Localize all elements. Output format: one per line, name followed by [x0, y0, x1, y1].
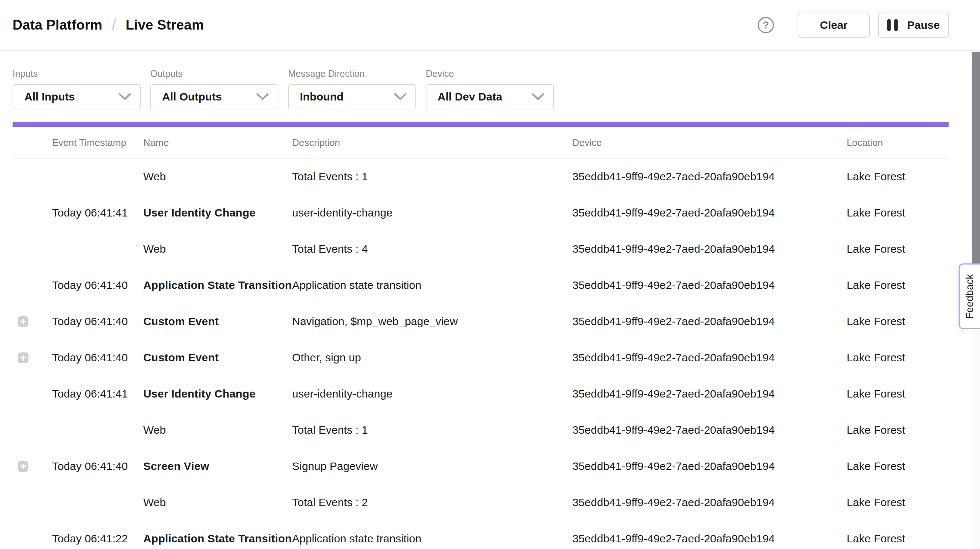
location-cell: Lake Forest [847, 460, 980, 472]
name-cell: Application State Transition [143, 532, 292, 545]
pause-icon [887, 19, 898, 31]
description-cell: Total Events : 1 [292, 170, 572, 183]
filter-device-label: Device [426, 69, 554, 79]
description-cell: Other, sign up [292, 351, 572, 364]
breadcrumb-data-platform[interactable]: Data Platform [13, 18, 102, 33]
name-cell: Web [143, 496, 292, 509]
name-cell: User Identity Change [143, 206, 292, 219]
table-row: WebTotal Events : 135eddb41-9ff9-49e2-7a… [0, 158, 980, 195]
filter-outputs: OutputsAll Outputs [150, 69, 278, 109]
filter-inputs-label: Inputs [13, 69, 141, 79]
location-cell: Lake Forest [847, 424, 980, 436]
table-row: Today 06:41:40Application State Transiti… [0, 267, 980, 303]
column-header-device: Device [572, 137, 847, 148]
outputs-select[interactable]: All Outputs [150, 84, 278, 109]
device-cell: 35eddb41-9ff9-49e2-7aed-20afa90eb194 [572, 206, 847, 219]
inputs-select[interactable]: All Inputs [13, 84, 141, 109]
expand-cell [0, 461, 52, 472]
table-row: WebTotal Events : 135eddb41-9ff9-49e2-7a… [0, 412, 980, 448]
topbar-actions: ? Clear Pause [758, 13, 949, 38]
device-cell: 35eddb41-9ff9-49e2-7aed-20afa90eb194 [572, 170, 847, 183]
device-cell: 35eddb41-9ff9-49e2-7aed-20afa90eb194 [572, 388, 847, 400]
name-cell: Application State Transition [143, 279, 292, 292]
breadcrumb-separator: / [112, 16, 116, 33]
expand-cell [0, 316, 52, 327]
chevron-down-icon [119, 93, 131, 101]
device-cell: 35eddb41-9ff9-49e2-7aed-20afa90eb194 [572, 315, 847, 328]
device-select[interactable]: All Dev Data [426, 84, 554, 109]
device-cell: 35eddb41-9ff9-49e2-7aed-20afa90eb194 [572, 424, 847, 436]
pause-button-label: Pause [907, 19, 940, 31]
name-cell: Web [143, 243, 292, 255]
timestamp-cell: Today 06:41:41 [52, 388, 143, 400]
table-body: WebTotal Events : 135eddb41-9ff9-49e2-7a… [0, 158, 980, 549]
description-cell: Total Events : 2 [292, 496, 572, 509]
filter-message-direction: Message DirectionInbound [288, 69, 416, 109]
table-row: Today 06:41:41User Identity Changeuser-i… [0, 376, 980, 412]
device-cell: 35eddb41-9ff9-49e2-7aed-20afa90eb194 [572, 496, 847, 509]
device-select-value: All Dev Data [438, 91, 502, 103]
filter-device: DeviceAll Dev Data [426, 69, 554, 109]
location-cell: Lake Forest [847, 532, 980, 545]
description-cell: user-identity-change [292, 388, 572, 400]
inputs-select-value: All Inputs [24, 91, 75, 103]
description-cell: Total Events : 1 [292, 424, 572, 436]
feedback-tab[interactable]: Feedback [959, 263, 980, 329]
chevron-down-icon [256, 93, 269, 101]
timestamp-cell: Today 06:41:40 [52, 351, 143, 364]
table-row: Today 06:41:41User Identity Changeuser-i… [0, 195, 980, 231]
chevron-down-icon [532, 93, 544, 101]
device-cell: 35eddb41-9ff9-49e2-7aed-20afa90eb194 [572, 532, 847, 545]
expand-plus-icon[interactable] [18, 353, 29, 363]
filter-inputs: InputsAll Inputs [13, 69, 141, 109]
device-cell: 35eddb41-9ff9-49e2-7aed-20afa90eb194 [572, 243, 847, 255]
column-header-description: Description [292, 137, 572, 148]
location-cell: Lake Forest [847, 496, 980, 509]
description-cell: Navigation, $mp_web_page_view [292, 315, 572, 328]
breadcrumb-live-stream: Live Stream [126, 18, 204, 33]
message-direction-select[interactable]: Inbound [288, 84, 416, 109]
name-cell: Web [143, 170, 292, 183]
name-cell: User Identity Change [143, 388, 292, 400]
scrollbar-thumb[interactable] [972, 52, 980, 263]
location-cell: Lake Forest [847, 206, 980, 219]
expand-plus-icon[interactable] [18, 461, 29, 472]
name-cell: Screen View [143, 460, 292, 472]
events-table: Event TimestampNameDescriptionDeviceLoca… [0, 127, 980, 549]
device-cell: 35eddb41-9ff9-49e2-7aed-20afa90eb194 [572, 279, 847, 292]
table-row: Today 06:41:22Application State Transiti… [0, 520, 980, 549]
help-icon[interactable]: ? [758, 17, 774, 33]
table-row: Today 06:41:40Custom EventOther, sign up… [0, 340, 980, 376]
timestamp-cell: Today 06:41:41 [52, 206, 143, 219]
table-header-row: Event TimestampNameDescriptionDeviceLoca… [0, 127, 980, 158]
location-cell: Lake Forest [847, 388, 980, 400]
location-cell: Lake Forest [847, 351, 980, 364]
name-cell: Web [143, 424, 292, 436]
location-cell: Lake Forest [847, 170, 980, 183]
device-cell: 35eddb41-9ff9-49e2-7aed-20afa90eb194 [572, 351, 847, 364]
filter-outputs-label: Outputs [150, 69, 278, 79]
timestamp-cell: Today 06:41:40 [52, 315, 143, 328]
description-cell: Application state transition [292, 532, 572, 545]
description-cell: user-identity-change [292, 206, 572, 219]
table-row: Today 06:41:40Screen ViewSignup Pageview… [0, 448, 980, 484]
timestamp-cell: Today 06:41:40 [52, 460, 143, 472]
timestamp-cell: Today 06:41:22 [52, 532, 143, 545]
accent-bar [13, 122, 948, 127]
column-header-event-timestamp: Event Timestamp [52, 137, 143, 148]
outputs-select-value: All Outputs [162, 91, 222, 103]
table-row: WebTotal Events : 435eddb41-9ff9-49e2-7a… [0, 231, 980, 267]
pause-button[interactable]: Pause [878, 13, 949, 38]
device-cell: 35eddb41-9ff9-49e2-7aed-20afa90eb194 [572, 460, 847, 472]
topbar: Data Platform / Live Stream ? Clear Paus… [0, 0, 980, 51]
expand-plus-icon[interactable] [18, 316, 29, 327]
description-cell: Application state transition [292, 279, 572, 292]
timestamp-cell: Today 06:41:40 [52, 279, 143, 292]
feedback-tab-label: Feedback [964, 274, 975, 319]
clear-button[interactable]: Clear [798, 13, 870, 38]
filters-bar: InputsAll InputsOutputsAll OutputsMessag… [0, 51, 980, 109]
table-row: WebTotal Events : 235eddb41-9ff9-49e2-7a… [0, 484, 980, 520]
message-direction-select-value: Inbound [300, 91, 344, 103]
description-cell: Signup Pageview [292, 460, 572, 472]
location-cell: Lake Forest [847, 243, 980, 255]
